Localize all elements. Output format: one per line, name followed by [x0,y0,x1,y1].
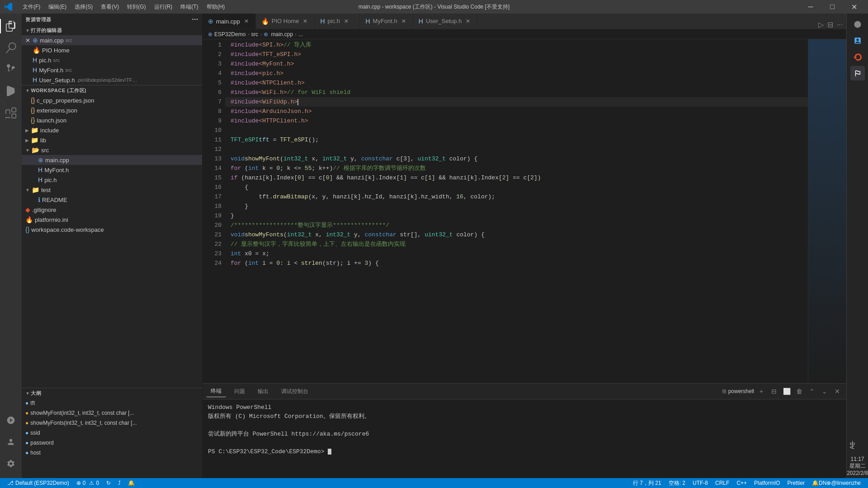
code-line-17[interactable]: tft.drawBitmap(x, y, hanzi[k].hz_Id, han… [225,192,808,202]
right-icon-ext3[interactable] [850,66,865,80]
status-spaces[interactable]: 空格: 2 [665,478,689,488]
workspace-json-ext[interactable]: {} extensions.json [22,105,202,115]
close-button[interactable]: ✕ [844,0,864,14]
code-line-4[interactable]: #include <pic.h> [225,69,808,78]
terminal-trash-button[interactable]: 🗑 [794,386,805,397]
status-prettier[interactable]: Prettier [783,478,808,488]
open-file-pich[interactable]: H pic.h src [22,55,202,65]
breadcrumb-more[interactable]: ... [298,31,303,38]
breadcrumb-esp32demo[interactable]: ESP32Demo [214,31,245,38]
code-line-6[interactable]: #include <WiFi.h> // for WiFi shield [225,88,808,97]
code-line-22[interactable]: // 显示整句汉字，字库比较简单，上下、左右输出是在函数内实现 [225,239,808,249]
status-notification[interactable]: 🔔DN⊗@linwenzhe [808,478,864,488]
breadcrumb-src[interactable]: src [251,31,258,38]
workspace-folder-lib[interactable]: ▶ 📁 lib [22,135,202,145]
outline-item-showmyfonts[interactable]: ● showMyFonts(int32_t, int32_t, const ch… [22,418,202,428]
terminal-split-button[interactable]: ⊟ [769,386,779,397]
code-line-11[interactable]: TFT_eSPI tft = TFT_eSPI(); [225,135,808,145]
status-bell[interactable]: 🔔 [124,478,138,488]
right-icon-ext2[interactable] [850,50,865,64]
open-file-myfont[interactable]: H MyFont.h src [22,65,202,75]
status-sync[interactable]: ↻ [103,478,114,488]
status-line-ending[interactable]: CRLF [712,478,733,488]
code-content[interactable]: #include <SPI.h> // 导入库#include <TFT_eSP… [225,39,808,383]
status-platform[interactable]: PlatformIO [750,478,783,488]
outline-item-host[interactable]: ● host [22,448,202,458]
tab-myfont-h[interactable]: H MyFont.h ✕ [360,14,413,29]
activity-search[interactable] [0,37,22,59]
code-line-16[interactable]: { [225,183,808,192]
terminal-up-button[interactable]: ⌃ [807,386,817,397]
workspace-file-gitignore[interactable]: ◆ .gitignore [22,205,202,215]
tab-close-usersetup[interactable]: ✕ [464,18,472,25]
open-file-usersetup[interactable]: H User_Setup.h .pio\libdeps\esp32dev\TFT… [22,75,202,85]
code-line-2[interactable]: #include <TFT_eSPI.h> [225,50,808,59]
menu-goto[interactable]: 转到(G) [123,2,149,12]
more-tabs-button[interactable]: ··· [837,21,843,29]
menu-view[interactable]: 查看(V) [97,2,123,12]
code-line-24[interactable]: for (int i = 0: i < strlen(str); i += 3)… [225,258,808,268]
right-lang-label[interactable]: 中 A [845,442,860,454]
workspace-folder-include[interactable]: ▶ 📁 include [22,125,202,135]
tab-close-pic[interactable]: ✕ [343,18,350,25]
tab-usersetup-h[interactable]: H User_Setup.h ✕ [413,14,478,29]
activity-explorer[interactable] [0,15,22,37]
menu-file[interactable]: 文件(F) [19,2,44,12]
workspace-file-workspace[interactable]: {} workspace.code-workspace [22,225,202,235]
activity-account[interactable] [0,431,22,453]
workspace-json-launch[interactable]: {} launch.json [22,115,202,125]
open-editors-header[interactable]: ▼ 打开的编辑器 [22,25,202,35]
split-editor-button[interactable]: ⊟ [827,20,833,29]
workspace-file-myfont-h[interactable]: H MyFont.h [22,165,202,175]
workspace-file-platformio[interactable]: 🔥 platformio.ini [22,215,202,225]
code-line-13[interactable]: void showMyFont(int32_t x, int32_t y, co… [225,154,808,164]
activity-settings[interactable] [0,453,22,474]
activity-extensions[interactable] [0,102,22,124]
right-icon-edge[interactable] [850,17,865,32]
workspace-folder-test[interactable]: ▼ 📁 test [22,185,202,195]
activity-source-control[interactable] [0,59,22,80]
activity-run[interactable] [0,80,22,102]
outline-item-tft[interactable]: ● tft [22,398,202,408]
open-file-main-cpp[interactable]: ✕ ⊕ main.cpp src [22,35,202,45]
menu-run[interactable]: 运行(R) [151,2,176,12]
close-icon-main[interactable]: ✕ [25,37,33,44]
code-line-19[interactable]: } [225,211,808,221]
code-line-7[interactable]: #include <WiFiUdp.h> [225,97,808,107]
explorer-more-button[interactable]: ··· [192,15,198,23]
terminal-tab-debug[interactable]: 调试控制台 [277,386,313,397]
terminal-tab-terminal[interactable]: 终端 [206,385,226,397]
menu-select[interactable]: 选择(S) [71,2,96,12]
maximize-button[interactable]: □ [822,0,843,14]
workspace-file-main[interactable]: ⊕ main.cpp [22,155,202,165]
code-line-14[interactable]: for (int k = 0; k <= 55; k++)// 根据字库的字数调… [225,164,808,173]
activity-remote[interactable] [0,409,22,431]
code-line-21[interactable]: void showMyFonts(int32_t x, int32_t y, c… [225,230,808,239]
outline-item-showmyfont[interactable]: ● showMyFont(int32_t, int32_t, const cha… [22,408,202,418]
outline-item-ssid[interactable]: ● ssid [22,428,202,438]
workspace-json-cpp[interactable]: {} c_cpp_properties.json [22,95,202,105]
code-line-5[interactable]: #include <NTPClient.h> [225,78,808,88]
minimize-button[interactable]: ─ [800,0,821,14]
code-line-15[interactable]: if (hanzi[k].Index[0] == c[0] && hanzi[k… [225,173,808,183]
tab-pic-h[interactable]: H pic.h ✕ [315,14,360,29]
workspace-file-pic-h[interactable]: H pic.h [22,175,202,185]
code-line-23[interactable]: int x0 = x; [225,249,808,258]
status-live[interactable]: ⤴ [114,478,124,488]
code-line-8[interactable]: #include <ArduinoJson.h> [225,107,808,116]
menu-edit[interactable]: 编辑(E) [45,2,70,12]
tab-pio-home[interactable]: 🔥 PIO Home ✕ [256,14,315,29]
code-line-9[interactable]: #include <HTTPClient.h> [225,116,808,126]
code-line-3[interactable]: #include <MyFont.h> [225,59,808,69]
status-branch[interactable]: ⎇ Default (ESP32Demo) [4,478,73,488]
tab-close-main[interactable]: ✕ [243,18,250,25]
terminal-add-button[interactable]: + [756,386,767,397]
tab-close-myfont[interactable]: ✕ [400,18,407,25]
status-position[interactable]: 行 7，列 21 [629,478,665,488]
menu-terminal[interactable]: 终端(T) [177,2,202,12]
open-file-pio[interactable]: 🔥 PIO Home [22,45,202,55]
breadcrumb-maincpp[interactable]: main.cpp [271,31,293,38]
code-line-20[interactable]: /******************整句汉字显示***************… [225,221,808,230]
code-editor[interactable]: 123456789101112131415161718192021222324 … [203,39,846,383]
terminal-tab-output[interactable]: 输出 [253,386,273,397]
